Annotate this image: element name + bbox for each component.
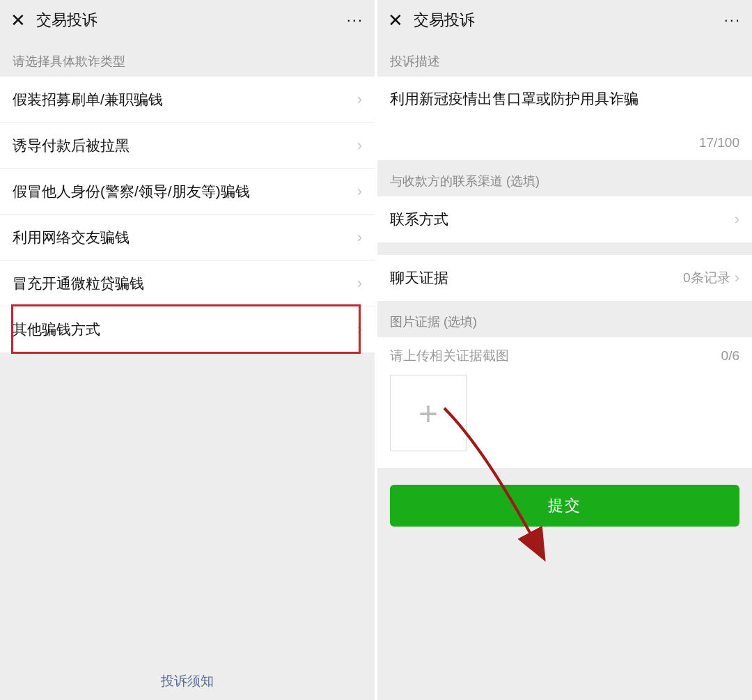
row-label: 联系方式 <box>390 210 735 229</box>
chevron-right-icon: › <box>735 210 739 228</box>
upload-hint: 请上传相关证据截图 <box>390 347 509 365</box>
section-title-description: 投诉描述 <box>377 40 752 77</box>
description-counter: 17/100 <box>699 135 739 150</box>
page-title: 交易投诉 <box>414 10 724 31</box>
stage: ✕ 交易投诉 ··· 请选择具体欺诈类型 假装招募刷单/兼职骗钱 › 诱导付款后… <box>0 0 752 700</box>
list-item-other[interactable]: 其他骗钱方式 › <box>0 306 375 352</box>
row-value: 0条记录 <box>683 269 730 287</box>
spacer <box>377 242 752 255</box>
more-icon[interactable]: ··· <box>724 11 744 29</box>
header: ✕ 交易投诉 ··· <box>377 0 752 40</box>
section-title-fraud-type: 请选择具体欺诈类型 <box>0 40 375 77</box>
phone-complaint-form: ✕ 交易投诉 ··· 投诉描述 利用新冠疫情出售口罩或防护用具诈骗 17/100… <box>375 0 752 700</box>
list-item-label: 假装招募刷单/兼职骗钱 <box>13 90 357 109</box>
section-title-images: 图片证据 (选填) <box>377 301 752 337</box>
submit-label: 提交 <box>548 495 581 516</box>
chevron-right-icon: › <box>735 269 739 287</box>
header: ✕ 交易投诉 ··· <box>0 0 375 40</box>
list-item-label: 诱导付款后被拉黑 <box>13 136 357 155</box>
upload-header: 请上传相关证据截图 0/6 <box>377 337 752 372</box>
chat-evidence-row[interactable]: 聊天证据 0条记录 › <box>377 255 752 301</box>
fraud-type-list: 假装招募刷单/兼职骗钱 › 诱导付款后被拉黑 › 假冒他人身份(警察/领导/朋友… <box>0 77 375 352</box>
complaint-guide-link[interactable]: 投诉须知 <box>0 672 375 690</box>
chevron-right-icon: › <box>357 182 362 201</box>
list-item[interactable]: 假装招募刷单/兼职骗钱 › <box>0 77 375 123</box>
submit-button[interactable]: 提交 <box>390 485 739 527</box>
chevron-right-icon: › <box>357 274 362 293</box>
row-label: 聊天证据 <box>390 268 683 288</box>
contact-method-row[interactable]: 联系方式 › <box>377 196 752 242</box>
list-item[interactable]: 假冒他人身份(警察/领导/朋友等)骗钱 › <box>0 169 375 215</box>
list-item-label: 假冒他人身份(警察/领导/朋友等)骗钱 <box>13 182 357 201</box>
more-icon[interactable]: ··· <box>347 11 366 29</box>
list-item-label: 利用网络交友骗钱 <box>13 228 357 247</box>
list-item[interactable]: 冒充开通微粒贷骗钱 › <box>0 260 375 306</box>
chevron-right-icon: › <box>357 91 362 109</box>
phone-fraud-type: ✕ 交易投诉 ··· 请选择具体欺诈类型 假装招募刷单/兼职骗钱 › 诱导付款后… <box>0 0 375 700</box>
section-title-contact: 与收款方的联系渠道 (选填) <box>377 160 752 196</box>
list-item-label: 其他骗钱方式 <box>13 320 357 339</box>
chat-evidence-list: 聊天证据 0条记录 › <box>377 255 752 301</box>
page-title: 交易投诉 <box>36 10 347 31</box>
upload-counter: 0/6 <box>721 348 739 364</box>
list-item[interactable]: 诱导付款后被拉黑 › <box>0 123 375 169</box>
upload-section: 请上传相关证据截图 0/6 + <box>377 337 752 468</box>
contact-list: 联系方式 › <box>377 196 752 242</box>
chevron-right-icon: › <box>357 228 362 247</box>
list-item-label: 冒充开通微粒贷骗钱 <box>13 274 357 293</box>
chevron-right-icon: › <box>357 137 362 155</box>
description-textarea[interactable]: 利用新冠疫情出售口罩或防护用具诈骗 17/100 <box>377 77 752 160</box>
close-icon[interactable]: ✕ <box>386 11 405 29</box>
close-icon[interactable]: ✕ <box>8 11 28 29</box>
list-item[interactable]: 利用网络交友骗钱 › <box>0 215 375 260</box>
add-image-button[interactable]: + <box>390 375 467 451</box>
plus-icon: + <box>418 394 438 433</box>
description-text: 利用新冠疫情出售口罩或防护用具诈骗 <box>390 88 739 124</box>
chevron-right-icon: › <box>357 320 362 339</box>
